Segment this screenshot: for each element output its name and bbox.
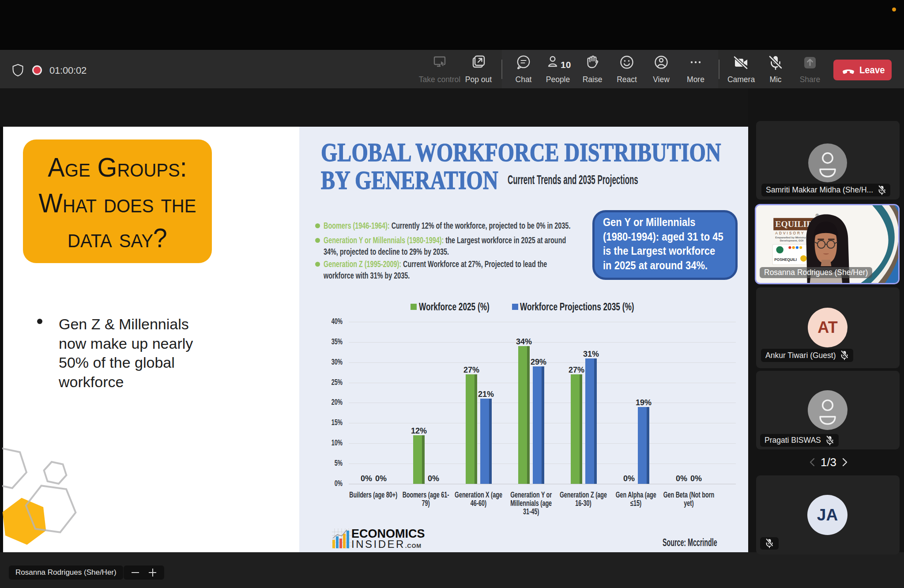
svg-text:POSHEQUILI: POSHEQUILI [774, 258, 797, 262]
svg-text:ADVISORY: ADVISORY [775, 231, 805, 235]
svg-text:Development, GOI: Development, GOI [780, 239, 804, 242]
